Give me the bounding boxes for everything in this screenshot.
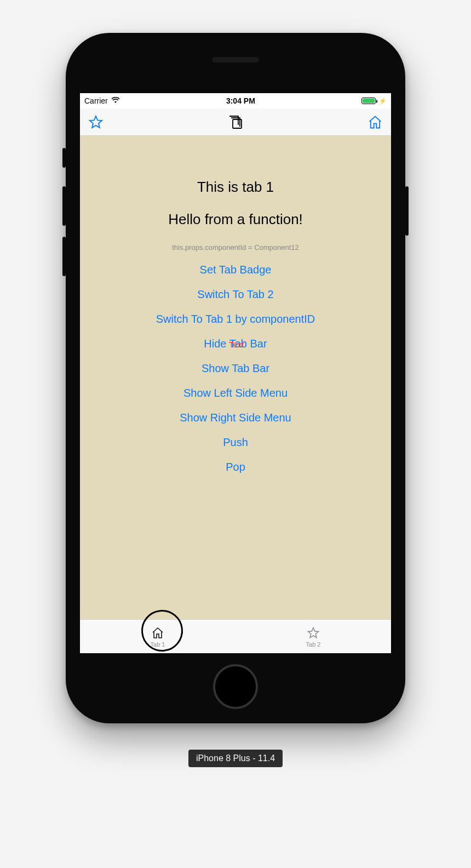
svg-marker-0: [90, 116, 102, 127]
battery-icon: [361, 98, 376, 104]
star-button[interactable]: [88, 114, 104, 130]
status-bar: Carrier 3:04 PM ⚡: [80, 93, 391, 108]
tab-2[interactable]: Tab 2: [236, 620, 391, 653]
clock: 3:04 PM: [226, 96, 255, 105]
link-push[interactable]: Push: [223, 432, 248, 453]
navigation-bar: [80, 108, 391, 136]
tab-1[interactable]: Tab 1: [80, 620, 236, 653]
link-show-tab-bar[interactable]: Show Tab Bar: [202, 358, 269, 379]
content-area: This is tab 1 Hello from a function! thi…: [80, 136, 391, 619]
home-button[interactable]: [213, 664, 258, 709]
tab-2-label: Tab 2: [306, 641, 321, 648]
charging-icon: ⚡: [379, 98, 387, 105]
screen: Carrier 3:04 PM ⚡: [80, 93, 391, 653]
tab-1-label: Tab 1: [151, 641, 165, 648]
link-show-left-menu[interactable]: Show Left Side Menu: [183, 382, 288, 404]
link-switch-tab-2[interactable]: Switch To Tab 2: [197, 284, 273, 305]
overlay-red-text: Text: [229, 340, 244, 349]
simulator-label: iPhone 8 Plus - 11.4: [188, 750, 283, 767]
speaker-grille: [212, 57, 259, 62]
home-nav-button[interactable]: [367, 114, 383, 130]
stack-icon[interactable]: [227, 114, 244, 130]
device-frame: Carrier 3:04 PM ⚡: [66, 33, 405, 723]
star-icon: [306, 626, 321, 640]
wifi-icon: [111, 96, 120, 105]
link-switch-tab-1-id[interactable]: Switch To Tab 1 by componentID: [156, 309, 315, 330]
page-title: This is tab 1: [197, 179, 274, 196]
page-subtitle: Hello from a function!: [168, 211, 303, 228]
carrier-label: Carrier: [84, 96, 108, 105]
link-pop[interactable]: Pop: [226, 456, 245, 478]
home-icon: [150, 626, 165, 640]
volume-down-btn: [62, 237, 66, 276]
tab-bar: Tab 1 Tab 2: [80, 619, 391, 653]
volume-up-btn: [62, 186, 66, 226]
component-id-label: this.props.componentId = Component12: [172, 243, 299, 252]
power-btn: [405, 186, 409, 236]
svg-marker-2: [308, 627, 319, 637]
link-set-tab-badge[interactable]: Set Tab Badge: [200, 259, 272, 281]
mute-switch: [62, 148, 66, 168]
link-show-right-menu[interactable]: Show Right Side Menu: [180, 407, 291, 429]
